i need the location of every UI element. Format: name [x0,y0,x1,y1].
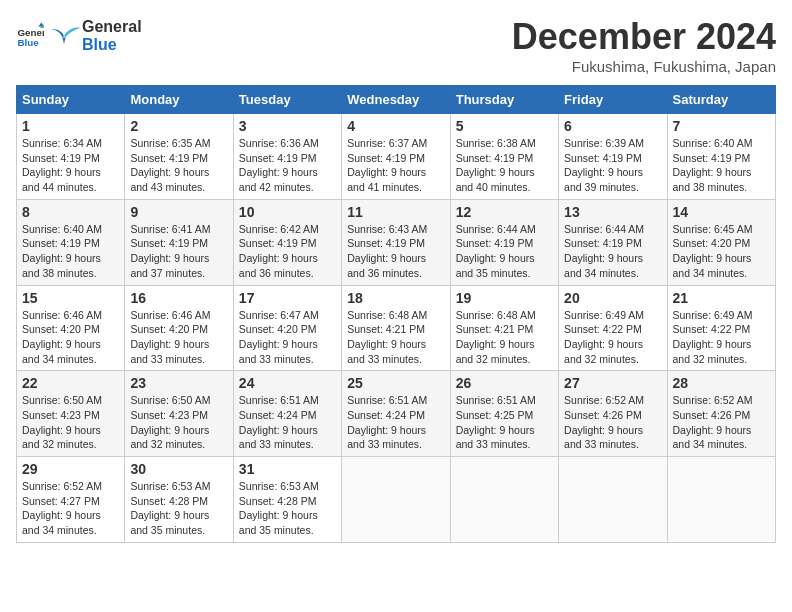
calendar-cell: 1 Sunrise: 6:34 AMSunset: 4:19 PMDayligh… [17,114,125,200]
day-number: 31 [239,461,336,477]
calendar-table: SundayMondayTuesdayWednesdayThursdayFrid… [16,85,776,543]
weekday-header-thursday: Thursday [450,86,558,114]
calendar-cell: 12 Sunrise: 6:44 AMSunset: 4:19 PMDaylig… [450,199,558,285]
weekday-header-row: SundayMondayTuesdayWednesdayThursdayFrid… [17,86,776,114]
day-info: Sunrise: 6:52 AMSunset: 4:26 PMDaylight:… [564,393,661,452]
day-number: 5 [456,118,553,134]
day-number: 8 [22,204,119,220]
weekday-header-sunday: Sunday [17,86,125,114]
calendar-cell: 22 Sunrise: 6:50 AMSunset: 4:23 PMDaylig… [17,371,125,457]
page-header: General Blue General Blue December 2024 … [16,16,776,75]
day-info: Sunrise: 6:52 AMSunset: 4:27 PMDaylight:… [22,479,119,538]
day-number: 20 [564,290,661,306]
day-info: Sunrise: 6:38 AMSunset: 4:19 PMDaylight:… [456,136,553,195]
day-number: 16 [130,290,227,306]
day-info: Sunrise: 6:49 AMSunset: 4:22 PMDaylight:… [564,308,661,367]
calendar-cell: 3 Sunrise: 6:36 AMSunset: 4:19 PMDayligh… [233,114,341,200]
day-info: Sunrise: 6:35 AMSunset: 4:19 PMDaylight:… [130,136,227,195]
logo: General Blue General Blue [16,16,142,53]
day-number: 24 [239,375,336,391]
calendar-cell: 9 Sunrise: 6:41 AMSunset: 4:19 PMDayligh… [125,199,233,285]
day-info: Sunrise: 6:40 AMSunset: 4:19 PMDaylight:… [22,222,119,281]
calendar-cell: 11 Sunrise: 6:43 AMSunset: 4:19 PMDaylig… [342,199,450,285]
location-title: Fukushima, Fukushima, Japan [512,58,776,75]
calendar-cell: 17 Sunrise: 6:47 AMSunset: 4:20 PMDaylig… [233,285,341,371]
day-info: Sunrise: 6:47 AMSunset: 4:20 PMDaylight:… [239,308,336,367]
day-number: 26 [456,375,553,391]
day-info: Sunrise: 6:48 AMSunset: 4:21 PMDaylight:… [347,308,444,367]
weekday-header-monday: Monday [125,86,233,114]
calendar-cell: 4 Sunrise: 6:37 AMSunset: 4:19 PMDayligh… [342,114,450,200]
calendar-cell: 18 Sunrise: 6:48 AMSunset: 4:21 PMDaylig… [342,285,450,371]
day-number: 15 [22,290,119,306]
day-info: Sunrise: 6:52 AMSunset: 4:26 PMDaylight:… [673,393,770,452]
weekday-header-friday: Friday [559,86,667,114]
title-area: December 2024 Fukushima, Fukushima, Japa… [512,16,776,75]
logo-icon: General Blue [16,21,44,49]
calendar-cell: 6 Sunrise: 6:39 AMSunset: 4:19 PMDayligh… [559,114,667,200]
calendar-cell [342,457,450,543]
calendar-cell: 5 Sunrise: 6:38 AMSunset: 4:19 PMDayligh… [450,114,558,200]
day-info: Sunrise: 6:53 AMSunset: 4:28 PMDaylight:… [130,479,227,538]
day-info: Sunrise: 6:46 AMSunset: 4:20 PMDaylight:… [130,308,227,367]
calendar-cell [450,457,558,543]
day-number: 25 [347,375,444,391]
day-number: 13 [564,204,661,220]
calendar-cell: 30 Sunrise: 6:53 AMSunset: 4:28 PMDaylig… [125,457,233,543]
calendar-cell: 20 Sunrise: 6:49 AMSunset: 4:22 PMDaylig… [559,285,667,371]
calendar-cell: 26 Sunrise: 6:51 AMSunset: 4:25 PMDaylig… [450,371,558,457]
day-number: 10 [239,204,336,220]
day-number: 19 [456,290,553,306]
day-number: 22 [22,375,119,391]
calendar-cell: 29 Sunrise: 6:52 AMSunset: 4:27 PMDaylig… [17,457,125,543]
calendar-cell: 28 Sunrise: 6:52 AMSunset: 4:26 PMDaylig… [667,371,775,457]
day-number: 17 [239,290,336,306]
day-info: Sunrise: 6:49 AMSunset: 4:22 PMDaylight:… [673,308,770,367]
logo-general-text: General [82,18,142,36]
day-number: 21 [673,290,770,306]
day-number: 23 [130,375,227,391]
week-row-5: 29 Sunrise: 6:52 AMSunset: 4:27 PMDaylig… [17,457,776,543]
calendar-cell: 25 Sunrise: 6:51 AMSunset: 4:24 PMDaylig… [342,371,450,457]
week-row-2: 8 Sunrise: 6:40 AMSunset: 4:19 PMDayligh… [17,199,776,285]
weekday-header-wednesday: Wednesday [342,86,450,114]
day-info: Sunrise: 6:48 AMSunset: 4:21 PMDaylight:… [456,308,553,367]
calendar-cell: 8 Sunrise: 6:40 AMSunset: 4:19 PMDayligh… [17,199,125,285]
calendar-cell: 19 Sunrise: 6:48 AMSunset: 4:21 PMDaylig… [450,285,558,371]
calendar-cell: 15 Sunrise: 6:46 AMSunset: 4:20 PMDaylig… [17,285,125,371]
day-info: Sunrise: 6:51 AMSunset: 4:24 PMDaylight:… [347,393,444,452]
svg-text:Blue: Blue [17,37,39,48]
day-number: 1 [22,118,119,134]
calendar-cell: 27 Sunrise: 6:52 AMSunset: 4:26 PMDaylig… [559,371,667,457]
day-info: Sunrise: 6:43 AMSunset: 4:19 PMDaylight:… [347,222,444,281]
calendar-cell: 7 Sunrise: 6:40 AMSunset: 4:19 PMDayligh… [667,114,775,200]
day-number: 2 [130,118,227,134]
day-info: Sunrise: 6:51 AMSunset: 4:25 PMDaylight:… [456,393,553,452]
day-info: Sunrise: 6:53 AMSunset: 4:28 PMDaylight:… [239,479,336,538]
day-number: 11 [347,204,444,220]
calendar-cell [559,457,667,543]
day-number: 4 [347,118,444,134]
calendar-cell: 24 Sunrise: 6:51 AMSunset: 4:24 PMDaylig… [233,371,341,457]
week-row-3: 15 Sunrise: 6:46 AMSunset: 4:20 PMDaylig… [17,285,776,371]
day-info: Sunrise: 6:51 AMSunset: 4:24 PMDaylight:… [239,393,336,452]
day-info: Sunrise: 6:50 AMSunset: 4:23 PMDaylight:… [22,393,119,452]
day-info: Sunrise: 6:40 AMSunset: 4:19 PMDaylight:… [673,136,770,195]
month-title: December 2024 [512,16,776,58]
calendar-cell [667,457,775,543]
day-info: Sunrise: 6:44 AMSunset: 4:19 PMDaylight:… [456,222,553,281]
day-number: 3 [239,118,336,134]
day-number: 7 [673,118,770,134]
weekday-header-saturday: Saturday [667,86,775,114]
calendar-cell: 31 Sunrise: 6:53 AMSunset: 4:28 PMDaylig… [233,457,341,543]
calendar-cell: 14 Sunrise: 6:45 AMSunset: 4:20 PMDaylig… [667,199,775,285]
weekday-header-tuesday: Tuesday [233,86,341,114]
day-info: Sunrise: 6:36 AMSunset: 4:19 PMDaylight:… [239,136,336,195]
day-number: 18 [347,290,444,306]
logo-bird-icon [48,20,80,52]
day-info: Sunrise: 6:34 AMSunset: 4:19 PMDaylight:… [22,136,119,195]
calendar-cell: 23 Sunrise: 6:50 AMSunset: 4:23 PMDaylig… [125,371,233,457]
day-info: Sunrise: 6:46 AMSunset: 4:20 PMDaylight:… [22,308,119,367]
day-number: 14 [673,204,770,220]
day-number: 27 [564,375,661,391]
